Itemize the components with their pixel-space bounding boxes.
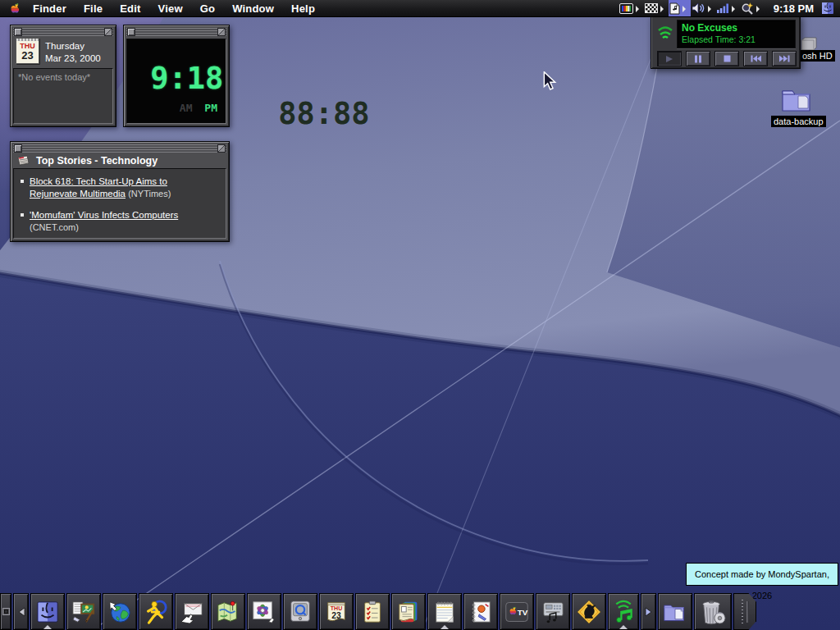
scroll-right-button[interactable] [641,593,656,630]
dock-chess-button[interactable] [572,593,606,630]
zoom-box-icon[interactable] [217,28,226,36]
previous-button[interactable] [743,51,768,66]
news-widget: Top Stories - Technology Block 618: Tech… [10,141,230,242]
next-button[interactable] [772,51,797,66]
macintosh-hd-label[interactable]: osh HD [800,50,835,62]
dock-aim-button[interactable] [139,593,173,630]
calendar-titlebar[interactable] [13,28,113,36]
dock-finder-button[interactable] [30,593,65,630]
menu-go[interactable]: Go [200,2,215,15]
menu-bar: Finder File Edit View Go Window Help [0,0,840,17]
close-box-icon[interactable] [127,28,135,36]
menu-edit[interactable]: Edit [120,2,140,15]
mail-hand-icon [180,600,204,624]
calendar-page-icon: THU 23 [16,38,39,64]
sherlock-extra[interactable] [740,0,765,16]
apple-menu[interactable] [10,2,21,15]
stop-button[interactable] [714,51,739,66]
dock-radio-button[interactable] [536,593,570,630]
strip-end-handle[interactable] [733,593,756,630]
next-icon [779,55,790,62]
calendar-icon: THU 23 [324,600,349,624]
play-button[interactable] [657,51,682,66]
pause-button[interactable] [686,51,710,66]
menu-file[interactable]: File [84,2,103,15]
clock-widget: 88:88 9:18 AM PM [123,25,230,127]
news-story: Block 618: Tech Start-Up Aims to Rejunev… [19,176,221,200]
close-box-icon[interactable] [14,28,22,36]
aim-running-man-icon [144,600,168,624]
desktop-screen: Finder File Edit View Go Window Help [0,0,840,630]
data-backup-folder-icon[interactable] [780,84,815,117]
resolution-extra[interactable] [644,0,669,16]
player-track-title: No Excuses [682,22,737,34]
news-titlebar[interactable] [13,144,226,153]
finder-icon [35,600,60,624]
data-backup-label[interactable]: data-backup [771,116,826,127]
calendar-events-box: *No events today* [13,68,113,124]
menu-help[interactable]: Help [291,2,315,15]
menu-finder[interactable]: Finder [33,2,66,15]
running-app-indicator [43,625,52,629]
dock-checklist-button[interactable] [355,593,390,630]
player-elapsed-time: Elapsed Time: 3:21 [682,34,756,44]
checklist-icon [360,600,385,624]
news-source-1: (NYTimes) [128,189,171,199]
svg-text:TV: TV [518,608,528,617]
calendar-events-text: *No events today* [18,72,90,82]
scroll-left-button[interactable] [13,593,29,630]
dock-trash-button[interactable] [694,593,732,630]
calendar-weekday: Thursday [45,40,101,52]
green-music-icon [612,600,635,624]
dock-calendar-button[interactable]: THU 23 [319,593,354,630]
dock-map-button[interactable] [211,593,245,630]
close-box-icon[interactable] [14,144,22,153]
display-depth-extra[interactable] [619,0,644,16]
clock-titlebar[interactable] [126,28,226,36]
volume-extra[interactable] [691,0,716,16]
volume-icon [692,2,705,14]
apple-logo-icon [10,2,21,15]
signal-extra[interactable] [716,0,740,16]
address-book-icon [396,600,421,624]
resolution-checkerboard-icon [645,3,658,13]
news-link-2[interactable]: 'Momufam' Virus Infects Computers [30,210,178,220]
menu-status-area: 9:18 PM [619,0,840,16]
dock-addressbook-button[interactable] [391,593,426,630]
menu-window[interactable]: Window [232,2,274,15]
arrow-right-icon [645,607,653,617]
dock-appletv-button[interactable]: TV [500,593,534,630]
zoom-box-icon[interactable] [104,28,112,36]
chess-knight-icon [577,600,601,624]
clock-am-indicator: AM [180,102,193,114]
clock-face: 88:88 9:18 AM PM [126,39,226,124]
news-title: Top Stories - Technology [36,155,158,167]
chevron-right-icon [756,6,760,12]
menu-view[interactable]: View [158,2,183,15]
menubar-clock[interactable]: 9:18 PM [774,2,814,15]
sherlock-magnifier-icon [741,2,754,15]
dock-folder-button[interactable] [658,593,692,630]
clock-ghost-segments: 88:88 [278,96,369,131]
dock-notepad-button[interactable] [427,593,462,630]
bullet-icon [21,213,24,217]
news-source-2: (CNET.com) [30,222,79,232]
running-app-indicator [441,625,449,629]
dock-mail-button[interactable] [175,593,209,630]
dock-music-button[interactable] [608,593,639,630]
dock-publishing-button[interactable] [66,593,101,630]
application-menu[interactable] [821,2,834,15]
globe-hand-icon [107,600,132,624]
music-menu-extra[interactable] [669,0,691,16]
dock-browser-button[interactable] [103,593,137,630]
zoom-box-icon[interactable] [217,144,226,153]
dock-graphics-button[interactable] [247,593,281,630]
calendar-icon-day: 23 [16,50,39,61]
chevron-right-icon [732,6,735,12]
running-app-indicator [619,625,628,629]
dock-quicktime-button[interactable] [283,593,317,630]
strip-tab-button[interactable] [0,593,11,630]
control-strip: THU 23 [0,593,756,630]
tab-square-icon [2,608,10,615]
dock-sketchpad-button[interactable] [463,593,498,630]
